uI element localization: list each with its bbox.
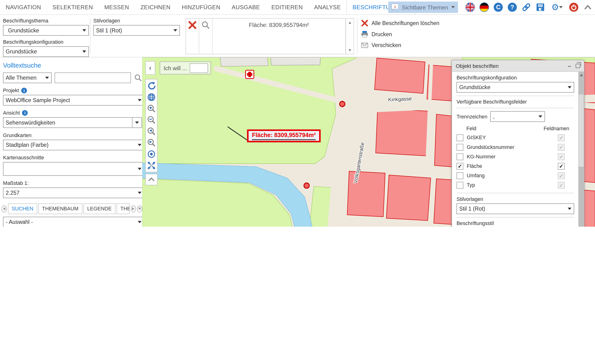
collapse-map-toolbar-button[interactable] <box>145 174 157 185</box>
tab-hinzufuegen[interactable]: HINZUFÜGEN <box>176 0 226 14</box>
panel-config-select[interactable]: Grundstücke <box>457 82 574 93</box>
center-map-button[interactable] <box>146 149 157 160</box>
clear-label-button[interactable] <box>186 19 199 54</box>
basemap-label: Grundkarten <box>3 132 142 138</box>
field-row-umfang: Umfang <box>457 171 574 180</box>
info-icon[interactable]: i <box>22 110 28 116</box>
search-label-button[interactable] <box>199 19 212 54</box>
selected-feature-label[interactable]: Fläche: 8309,955794m² <box>247 129 321 143</box>
delete-all-labels-button[interactable]: Alle Beschriftungen löschen <box>361 19 439 27</box>
share-link-button[interactable] <box>522 2 531 12</box>
sidebar-tab-themenbaum[interactable]: THEMENBAUM <box>38 204 82 214</box>
print-button[interactable]: Drucken <box>361 30 439 38</box>
chevron-down-icon <box>173 29 177 34</box>
zoom-out-button[interactable] <box>146 114 157 126</box>
tab-analyse[interactable]: ANALYSE <box>308 0 347 14</box>
project-select[interactable]: WebOffice Sample Project <box>3 95 144 105</box>
field-checkbox[interactable] <box>457 163 463 170</box>
main-tabs: NAVIGATION SELEKTIEREN MESSEN ZEICHNEN H… <box>0 0 415 14</box>
tab-editieren[interactable]: EDITIEREN <box>266 0 308 14</box>
tabs-scroll-right-button[interactable] <box>131 205 136 213</box>
field-checkbox[interactable] <box>457 182 463 188</box>
ich-will-input[interactable] <box>190 63 208 72</box>
fieldname-checkbox <box>558 172 565 179</box>
label-text-input[interactable]: Fläche: 8309,955794m² <box>212 19 346 54</box>
beschriftungskonfiguration-select[interactable]: Grundstücke <box>3 46 89 57</box>
info-icon[interactable]: i <box>21 88 27 93</box>
scale-label: Maßstab 1: <box>3 180 142 186</box>
sidebar-tab-suchen[interactable]: SUCHEN <box>8 204 37 214</box>
fieldname-checkbox <box>558 144 565 150</box>
left-sidebar: Volltextsuche Alle Themen Projekti WebOf… <box>0 57 142 227</box>
zoom-in-button[interactable] <box>146 103 157 114</box>
field-checkbox[interactable] <box>457 144 463 150</box>
chevron-down-icon <box>138 99 142 103</box>
search-icon[interactable] <box>134 74 142 82</box>
scroll-up-icon[interactable] <box>578 72 584 78</box>
field-checkbox[interactable] <box>457 134 463 141</box>
field-label: GISKEY <box>467 135 558 140</box>
tab-ausgabe[interactable]: AUSGABE <box>226 0 266 14</box>
app-window: NAVIGATION SELEKTIEREN MESSEN ZEICHNEN H… <box>0 0 595 227</box>
settings-caret-icon <box>559 6 563 10</box>
full-extent-button[interactable] <box>146 92 157 103</box>
scroll-down-icon[interactable]: ▼ <box>348 48 352 52</box>
sidebar-tab-themen[interactable]: THEM <box>116 204 129 214</box>
fulltext-scope-select[interactable]: Alle Themen <box>3 72 51 83</box>
send-button[interactable]: Verschicken <box>361 41 439 49</box>
sidebar-tab-legende[interactable]: LEGENDE <box>83 204 116 214</box>
panel-styles-select[interactable]: Stil 1 (Rot) <box>457 204 574 214</box>
restore-panel-icon[interactable] <box>576 64 580 68</box>
tab-navigation[interactable]: NAVIGATION <box>0 0 47 14</box>
language-german-button[interactable] <box>479 2 489 12</box>
scrollbar-thumb[interactable] <box>579 94 584 167</box>
print-label: Drucken <box>371 31 392 37</box>
search-selection-select[interactable]: - Auswahl - <box>3 217 144 227</box>
language-english-button[interactable] <box>465 2 475 12</box>
tabs-scroll-left-button[interactable] <box>1 205 7 213</box>
next-extent-button[interactable] <box>146 137 157 149</box>
visible-themes-button[interactable]: i Sichtbare Themen <box>388 1 458 13</box>
collapse-sidebar-button[interactable]: ‹ <box>145 61 155 75</box>
field-checkbox[interactable] <box>457 153 463 160</box>
field-checkbox[interactable] <box>457 172 463 179</box>
fieldname-checkbox[interactable] <box>558 163 565 170</box>
map-extents-select[interactable] <box>3 162 144 176</box>
tab-zeichnen[interactable]: ZEICHNEN <box>135 0 176 14</box>
stilvorlagen-select[interactable]: Stil 1 (Rot) <box>93 25 180 36</box>
pan-button[interactable] <box>146 160 157 171</box>
save-button[interactable] <box>535 2 545 12</box>
beschriftungskonfiguration-label: Beschriftungskonfiguration <box>3 39 88 45</box>
selected-feature-text: Fläche: 8309,955794m² <box>252 132 316 140</box>
copyright-button[interactable]: C <box>493 2 503 12</box>
separator-label: Trennzeichen <box>457 114 488 119</box>
tabs-menu-button[interactable] <box>137 205 142 213</box>
redline-refresh-button[interactable] <box>146 80 157 92</box>
labelstyle-title: Beschriftungsstil <box>457 221 574 226</box>
scale-select[interactable]: 2.257 <box>3 187 144 198</box>
minimize-panel-icon[interactable]: – <box>568 63 571 69</box>
logout-button[interactable] <box>569 2 579 12</box>
basemap-select[interactable]: Stadtplan (Farbe) <box>3 140 144 150</box>
stilvorlagen-value: Stil 1 (Rot) <box>96 28 122 34</box>
previous-extent-button[interactable] <box>146 126 157 137</box>
collapse-toolbar-button[interactable] <box>583 2 593 12</box>
panel-scrollbar[interactable] <box>578 72 584 227</box>
fulltext-search-input[interactable] <box>55 72 131 83</box>
chevron-down-icon <box>82 29 86 34</box>
tab-messen[interactable]: MESSEN <box>99 0 135 14</box>
separator-select[interactable]: , <box>490 111 545 122</box>
settings-button[interactable]: ⚙ <box>549 2 565 12</box>
scroll-up-icon[interactable]: ▲ <box>348 20 352 25</box>
field-row-typ: Typ <box>457 180 574 190</box>
view-select[interactable]: Sehenswürdigkeiten <box>3 117 142 128</box>
help-button[interactable]: ? <box>507 2 517 12</box>
street-label-kinkgasse: Kinkgasse <box>388 95 412 102</box>
svg-text:i: i <box>394 4 396 9</box>
project-value: WebOffice Sample Project <box>6 97 70 103</box>
label-text-scroll[interactable]: ▲▼ <box>346 19 354 54</box>
panel-titlebar[interactable]: Objekt beschriften – <box>452 60 584 72</box>
tab-selektieren[interactable]: SELEKTIEREN <box>47 0 99 14</box>
ich-will-label: Ich will ... <box>163 65 187 71</box>
beschriftungsthema-select[interactable]: Grundstücke <box>3 25 89 36</box>
